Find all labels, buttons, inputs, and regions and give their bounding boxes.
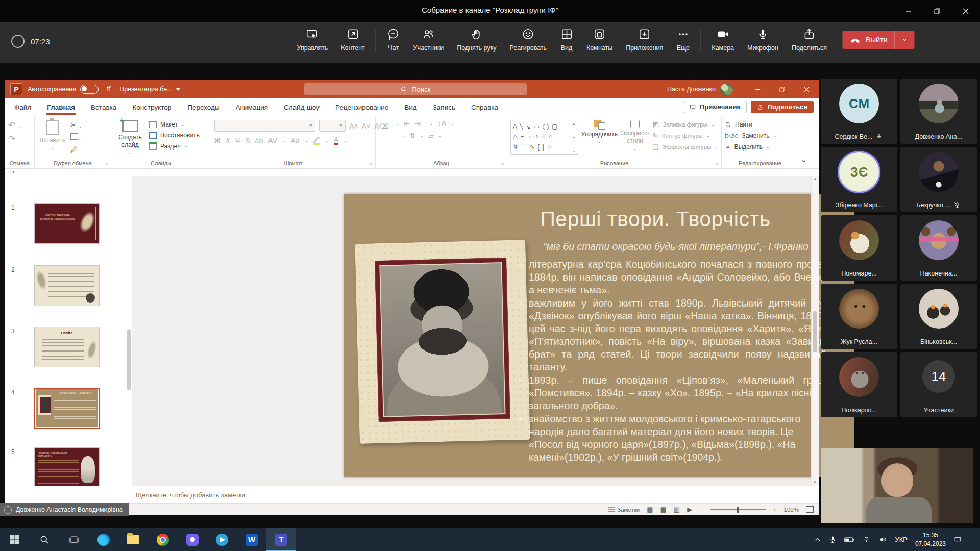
toolbar-manage[interactable]: Управлять bbox=[290, 27, 335, 53]
tab-record[interactable]: Запись bbox=[432, 100, 456, 115]
taskbar-search[interactable] bbox=[30, 528, 59, 551]
tab-design[interactable]: Конструктор bbox=[131, 100, 173, 115]
tab-view[interactable]: Вид bbox=[403, 100, 418, 115]
teams-icon-active[interactable]: T bbox=[266, 528, 296, 551]
text-direction-icon[interactable]: ↕A bbox=[438, 120, 446, 127]
collapse-ribbon-chevron[interactable]: ⌄ bbox=[798, 116, 812, 168]
slide-thumbnail-2[interactable] bbox=[34, 265, 100, 306]
participant-tile[interactable]: Довженко Ана... bbox=[900, 79, 977, 144]
comments-button[interactable]: Примечания bbox=[683, 101, 747, 113]
ppt-minimize-icon[interactable] bbox=[745, 80, 770, 98]
decrease-font-icon[interactable]: A˅ bbox=[362, 122, 371, 130]
chrome-icon[interactable] bbox=[148, 528, 178, 551]
document-title[interactable]: Презентация бе... bbox=[119, 86, 180, 93]
tab-home[interactable]: Главная bbox=[46, 100, 76, 115]
hidden-icons-chevron[interactable] bbox=[814, 536, 821, 543]
restore-icon[interactable] bbox=[923, 0, 951, 22]
toolbar-content[interactable]: Контент bbox=[334, 27, 371, 53]
edge-icon[interactable] bbox=[89, 528, 118, 551]
slide-subtitle[interactable]: “міг би стати окрасою будь-якої літерату… bbox=[512, 241, 839, 253]
notes-pane[interactable]: Щелкните, чтобы добавить заметки bbox=[5, 486, 819, 504]
paste-button[interactable]: Вставить ⌄ bbox=[38, 120, 67, 150]
fit-slide-icon[interactable] bbox=[806, 506, 814, 513]
underline-button[interactable]: Ч bbox=[235, 137, 240, 144]
arrange-button[interactable]: Упорядочить ⌄ bbox=[581, 120, 618, 144]
copy-icon[interactable]: ⌄ bbox=[70, 133, 82, 142]
shape-outline-button[interactable]: ✎Контур фигуры⌄ bbox=[652, 132, 718, 139]
slide-bullet-list[interactable]: літературна кар’єра Коцюбинського почала… bbox=[516, 258, 846, 464]
font-color-icon[interactable]: A bbox=[334, 136, 338, 145]
participant-tile[interactable]: Безручко ... bbox=[900, 147, 977, 212]
viber-icon[interactable] bbox=[178, 528, 207, 551]
font-name-combo[interactable] bbox=[214, 120, 315, 132]
zoom-out-icon[interactable]: − bbox=[699, 507, 703, 513]
tray-mic-icon[interactable] bbox=[829, 536, 837, 543]
search-input[interactable]: Поиск bbox=[304, 83, 527, 95]
slide-thumbnail-3[interactable]: Освіта bbox=[34, 327, 100, 367]
stamp-photo-frame[interactable] bbox=[355, 240, 530, 444]
layout-button[interactable]: Макет⌄ bbox=[149, 121, 200, 128]
ppt-share-button[interactable]: Поделиться bbox=[751, 101, 814, 113]
participant-tile[interactable]: Жук Русла... bbox=[821, 284, 897, 349]
taskbar-clock[interactable]: 15:35 07.04.2023 bbox=[915, 531, 946, 547]
speaker-icon[interactable] bbox=[878, 536, 887, 543]
quick-styles-button[interactable]: Экспресс-стили ⌄ bbox=[621, 120, 649, 151]
shapes-scroll[interactable]: ▴▾⌄ bbox=[570, 120, 578, 154]
save-icon[interactable] bbox=[105, 85, 112, 94]
increase-font-icon[interactable]: A˄ bbox=[349, 122, 358, 130]
slide-title[interactable]: Перші твори. Творчість bbox=[507, 207, 803, 231]
shape-fill-button[interactable]: ◩Заливка фигуры⌄ bbox=[652, 121, 718, 128]
cut-icon[interactable]: ✂ ⌄ bbox=[70, 121, 82, 129]
slide-thumbnail-4-selected[interactable]: Перші твори. Творчість bbox=[34, 388, 100, 429]
paragraph-dialog-launcher[interactable]: ↘ bbox=[500, 161, 504, 166]
bold-button[interactable]: Ж bbox=[214, 137, 221, 144]
slide-sorter-icon[interactable]: ▦ bbox=[660, 506, 667, 513]
tab-slideshow[interactable]: Слайд-шоу bbox=[283, 100, 321, 115]
autosave-toggle[interactable] bbox=[80, 85, 99, 94]
participant-tile[interactable]: Пономаре... bbox=[821, 215, 897, 281]
shapes-gallery[interactable]: A ╲ ↘ ▭ ◯ ▢ △ ⌐ ¬ ⇨ ⇩ ⌂ ↯ ⌒ ∿ { } ☆ ▴▾⌄ bbox=[510, 120, 578, 155]
toolbar-raise-hand[interactable]: Поднять руку bbox=[450, 27, 503, 53]
clipboard-dialog-launcher[interactable]: ↘ bbox=[104, 161, 108, 166]
find-button[interactable]: Найти bbox=[725, 121, 776, 128]
file-explorer-icon[interactable] bbox=[118, 528, 148, 551]
drawing-dialog-launcher[interactable]: ↘ bbox=[715, 161, 719, 166]
char-spacing-icon[interactable]: AV bbox=[268, 137, 277, 144]
ppt-close-icon[interactable] bbox=[794, 80, 819, 98]
slide-thumbnail-1[interactable]: Життя і творчість Михайла Коцюбинського bbox=[34, 203, 100, 244]
select-button[interactable]: ➢Выделить⌄ bbox=[725, 143, 776, 151]
font-size-combo[interactable] bbox=[319, 120, 346, 132]
section-button[interactable]: Раздел⌄ bbox=[149, 142, 200, 150]
battery-icon[interactable] bbox=[844, 536, 854, 543]
tab-help[interactable]: Справка bbox=[470, 100, 499, 115]
indent-increase-icon[interactable]: ⇥ bbox=[414, 120, 421, 127]
start-button[interactable] bbox=[0, 528, 30, 551]
slideshow-icon[interactable]: ▶ bbox=[687, 506, 692, 513]
replace-button[interactable]: b↺cЗаменить⌄ bbox=[725, 132, 776, 139]
toolbar-mic[interactable]: Микрофон bbox=[741, 27, 785, 53]
ppt-restore-icon[interactable] bbox=[770, 80, 794, 98]
highlight-icon[interactable]: 🖉 bbox=[313, 136, 320, 145]
tab-insert[interactable]: Вставка bbox=[90, 100, 117, 115]
zoom-level[interactable]: 100% bbox=[784, 507, 799, 513]
toolbar-react[interactable]: Реагировать bbox=[503, 27, 554, 53]
leave-options-chevron[interactable] bbox=[895, 36, 915, 43]
account-name[interactable]: Настя Довженко bbox=[667, 86, 716, 93]
slide-thumbnail-5[interactable]: Чернігів. Громадська діяльність bbox=[34, 447, 100, 488]
participant-tile[interactable]: Біньковськ... bbox=[900, 284, 977, 349]
language-indicator[interactable]: УКР bbox=[895, 536, 908, 543]
reset-button[interactable]: Восстановить bbox=[149, 132, 200, 139]
tab-transitions[interactable]: Переходы bbox=[186, 100, 220, 115]
tab-file[interactable]: Файл bbox=[13, 100, 32, 115]
toolbar-rooms[interactable]: Комнаты bbox=[580, 27, 619, 53]
thumbnails-scrollbar[interactable] bbox=[127, 329, 131, 390]
new-slide-button[interactable]: Создать слайд ⌄ bbox=[114, 120, 146, 155]
zoom-in-icon[interactable]: + bbox=[773, 507, 777, 513]
smartart-icon[interactable]: ▱ bbox=[428, 132, 434, 139]
toolbar-view[interactable]: Вид bbox=[553, 27, 580, 53]
notes-toggle[interactable]: Заметки bbox=[608, 507, 640, 513]
change-case-icon[interactable]: Aa bbox=[291, 137, 300, 144]
action-center-icon[interactable] bbox=[953, 536, 962, 544]
participant-tile[interactable]: СМ Сердюк Ве... bbox=[821, 79, 897, 144]
toolbar-camera[interactable]: Камера bbox=[705, 27, 741, 53]
